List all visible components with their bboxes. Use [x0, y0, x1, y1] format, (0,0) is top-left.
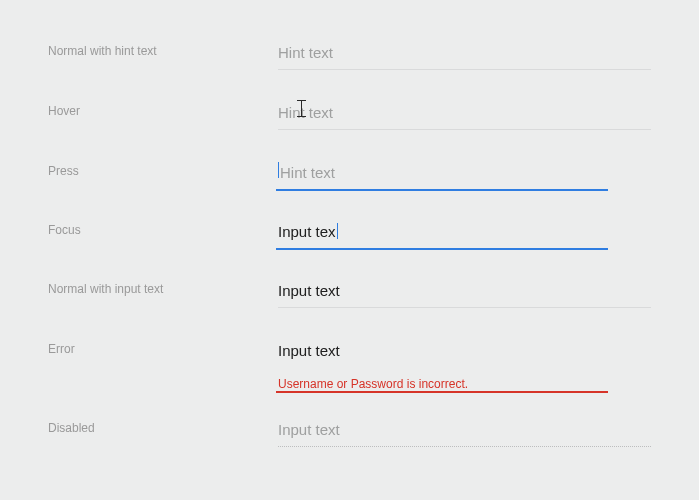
caret-focus: [337, 223, 338, 239]
label-error: Error: [48, 336, 278, 356]
field-normal-input[interactable]: Input text: [278, 276, 651, 308]
label-focus: Focus: [48, 217, 278, 237]
placeholder-press: Hint text: [278, 164, 335, 181]
row-normal-hint: Normal with hint text Hint text: [48, 38, 651, 70]
row-normal-input: Normal with input text Input text: [48, 276, 651, 308]
caret-press: [278, 162, 279, 178]
error-message: Username or Password is incorrect.: [278, 377, 651, 391]
row-press: Press Hint text: [48, 158, 651, 189]
value-focus: Input tex: [278, 223, 336, 240]
field-hover[interactable]: Hint text: [278, 98, 651, 130]
label-disabled: Disabled: [48, 415, 278, 435]
row-disabled: Disabled Input text: [48, 415, 651, 447]
label-hover: Hover: [48, 98, 278, 118]
field-press[interactable]: Hint text: [278, 158, 651, 189]
focus-underline: [276, 189, 608, 191]
field-error[interactable]: Input text Username or Password is incor…: [278, 336, 651, 391]
placeholder-hover: Hint text: [278, 104, 333, 121]
focus-underline: [276, 248, 608, 250]
error-underline: [276, 391, 608, 393]
row-hover: Hover Hint text: [48, 98, 651, 130]
value-disabled: Input text: [278, 421, 340, 438]
placeholder-normal-hint: Hint text: [278, 44, 333, 61]
label-normal-hint: Normal with hint text: [48, 38, 278, 58]
row-focus: Focus Input tex: [48, 217, 651, 248]
field-disabled: Input text: [278, 415, 651, 447]
value-error: Input text: [278, 342, 340, 359]
value-normal-input: Input text: [278, 282, 340, 299]
label-press: Press: [48, 158, 278, 178]
row-error: Error Input text Username or Password is…: [48, 336, 651, 391]
field-normal-hint[interactable]: Hint text: [278, 38, 651, 70]
field-focus[interactable]: Input tex: [278, 217, 651, 248]
label-normal-input: Normal with input text: [48, 276, 278, 296]
